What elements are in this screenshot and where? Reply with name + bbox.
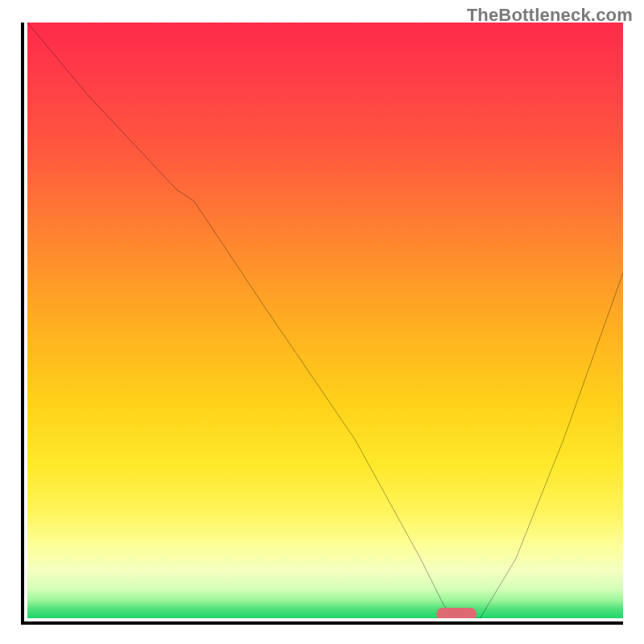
plot-frame bbox=[21, 23, 623, 625]
watermark-label: TheBottleneck.com bbox=[467, 5, 633, 26]
bottleneck-curve bbox=[27, 23, 623, 618]
optimal-marker bbox=[436, 608, 477, 618]
chart-canvas: TheBottleneck.com bbox=[0, 0, 644, 644]
plot-area bbox=[27, 23, 623, 618]
